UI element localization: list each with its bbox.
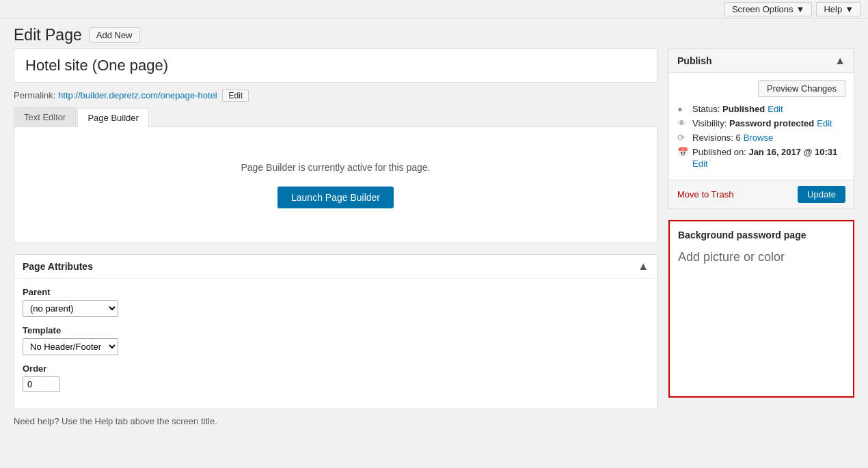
page-attributes-content: Parent (no parent) Template No Header/Fo… <box>14 279 657 409</box>
background-password-box: Background password page Add picture or … <box>668 220 854 398</box>
page-title: Edit Page <box>14 26 82 44</box>
publish-box: Publish ▲ Preview Changes ● Status: Publ… <box>668 49 854 209</box>
permalink-row: Permalink: http://builder.depretz.com/on… <box>14 90 657 102</box>
add-new-button[interactable]: Add New <box>89 27 140 43</box>
permalink-link[interactable]: http://builder.depretz.com/onepage-hotel <box>58 90 217 100</box>
parent-field-group: Parent (no parent) <box>23 287 649 317</box>
status-icon: ● <box>677 104 690 114</box>
page-attributes-box: Page Attributes ▲ Parent (no parent) Tem… <box>14 254 657 409</box>
launch-page-builder-button[interactable]: Launch Page Builder <box>277 187 394 208</box>
permalink-edit-button[interactable]: Edit <box>222 90 249 102</box>
page-header: Edit Page Add New <box>0 19 868 49</box>
main-layout: Permalink: http://builder.depretz.com/on… <box>0 49 868 440</box>
order-input[interactable] <box>23 376 60 392</box>
tab-text-editor[interactable]: Text Editor <box>14 107 76 126</box>
order-field-group: Order <box>23 363 649 392</box>
right-column: Publish ▲ Preview Changes ● Status: Publ… <box>668 49 854 426</box>
page-attributes-header: Page Attributes ▲ <box>14 255 657 279</box>
bg-password-subtitle: Add picture or color <box>678 250 845 264</box>
publish-footer: Move to Trash Update <box>669 180 854 208</box>
template-select[interactable]: No Header/Footer <box>23 338 118 355</box>
collapse-publish-button[interactable]: ▲ <box>835 55 845 67</box>
visibility-edit-link[interactable]: Edit <box>817 118 832 128</box>
tab-page-builder[interactable]: Page Builder <box>77 108 148 127</box>
revisions-browse-link[interactable]: Browse <box>744 133 773 143</box>
help-text: Need help? Use the Help tab above the sc… <box>14 416 657 426</box>
top-bar: Screen Options ▼ Help ▼ <box>0 0 868 19</box>
calendar-icon: 📅 <box>677 147 690 157</box>
parent-select[interactable]: (no parent) <box>23 300 118 317</box>
revisions-row: ⟳ Revisions: 6 Browse <box>677 133 845 143</box>
editor-area: Page Builder is currently active for thi… <box>14 127 657 243</box>
revisions-icon: ⟳ <box>677 133 690 143</box>
left-column: Permalink: http://builder.depretz.com/on… <box>14 49 657 426</box>
visibility-icon: 👁 <box>677 118 690 128</box>
publish-header: Publish ▲ <box>669 49 854 73</box>
published-on-edit-link[interactable]: Edit <box>692 159 707 169</box>
update-button[interactable]: Update <box>798 186 845 203</box>
tabs-row: Text Editor Page Builder <box>14 107 657 127</box>
page-title-input[interactable] <box>21 55 650 77</box>
bg-password-title: Background password page <box>678 230 845 240</box>
chevron-down-icon: ▼ <box>845 4 854 14</box>
title-box <box>14 49 657 83</box>
template-field-group: Template No Header/Footer <box>23 325 649 355</box>
move-to-trash-link[interactable]: Move to Trash <box>677 189 733 199</box>
help-button[interactable]: Help ▼ <box>816 2 861 16</box>
status-edit-link[interactable]: Edit <box>768 104 783 114</box>
publish-content: Preview Changes ● Status: Published Edit… <box>669 73 854 180</box>
collapse-page-attributes-button[interactable]: ▲ <box>638 260 649 273</box>
status-row: ● Status: Published Edit <box>677 104 845 114</box>
published-on-row: 📅 Published on: Jan 16, 2017 @ 10:31 <box>677 147 845 157</box>
chevron-down-icon: ▼ <box>796 4 805 14</box>
visibility-row: 👁 Visibility: Password protected Edit <box>677 118 845 128</box>
editor-message: Page Builder is currently active for thi… <box>241 162 430 173</box>
preview-changes-button[interactable]: Preview Changes <box>758 80 845 97</box>
screen-options-button[interactable]: Screen Options ▼ <box>724 2 812 16</box>
